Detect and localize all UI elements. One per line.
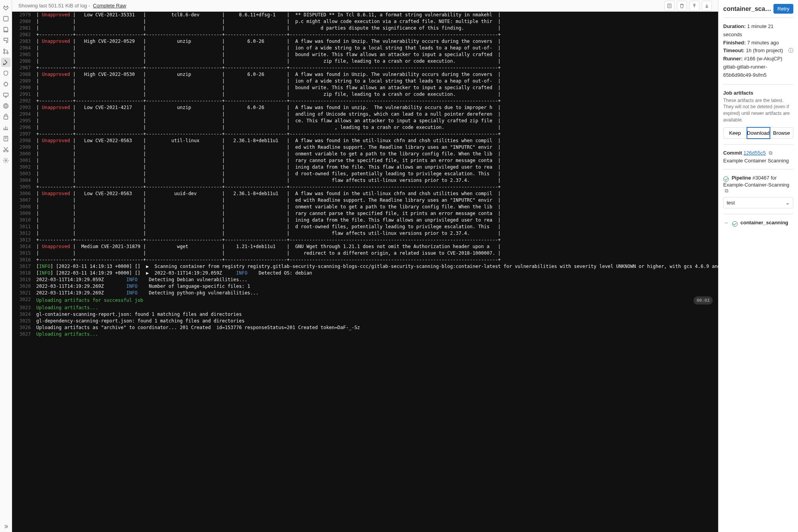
line-number[interactable]: 3020 [12, 283, 36, 290]
line-number[interactable]: 2996 [12, 124, 36, 131]
line-number[interactable]: 3013 [12, 237, 36, 243]
line-number[interactable]: 2991 [12, 91, 36, 98]
line-number[interactable]: 3011 [12, 224, 36, 230]
commit-label: Commit [723, 150, 742, 156]
snippets-icon[interactable] [1, 145, 11, 154]
line-number[interactable]: 3027 [12, 331, 36, 338]
line-number[interactable]: 2989 [12, 78, 36, 85]
log-line: 2992+------------+----------------------… [12, 98, 718, 104]
line-number[interactable]: 2994 [12, 111, 36, 118]
line-number[interactable]: 3014 [12, 243, 36, 250]
keep-button[interactable]: Keep [723, 127, 747, 139]
line-number[interactable]: 2987 [12, 65, 36, 71]
log-line: 3007| | | | | ed with Readline support. … [12, 197, 718, 204]
retry-button[interactable]: Retry [773, 4, 793, 14]
line-number[interactable]: 3010 [12, 217, 36, 224]
copy-branch-icon[interactable]: ⧉ [725, 188, 728, 194]
wiki-icon[interactable] [1, 134, 11, 143]
log-line-content: | | | | | p.c might allow code execution… [36, 18, 718, 25]
log-line: ⌄3022Uploading artifacts for successful … [12, 296, 718, 305]
log-topbar: Showing last 501.51 KiB of log - Complet… [12, 0, 718, 12]
line-number[interactable]: 3001 [12, 157, 36, 164]
line-number[interactable]: 3005 [12, 184, 36, 190]
line-number[interactable]: ⌄3022 [12, 296, 36, 305]
line-number[interactable]: 2998 [12, 137, 36, 144]
line-number[interactable]: 2982 [12, 32, 36, 38]
line-number[interactable]: 3000 [12, 151, 36, 157]
line-number[interactable]: 2985 [12, 51, 36, 58]
monitor-icon[interactable] [1, 90, 11, 100]
line-number[interactable]: 2999 [12, 144, 36, 151]
line-number[interactable]: 3003 [12, 171, 36, 177]
line-number[interactable]: 2993 [12, 104, 36, 111]
line-number[interactable]: 3016 [12, 257, 36, 263]
line-number[interactable]: 3006 [12, 190, 36, 197]
svg-rect-7 [4, 116, 8, 119]
line-number[interactable]: 2995 [12, 118, 36, 124]
line-number[interactable]: 3004 [12, 177, 36, 184]
packages-icon[interactable] [1, 112, 11, 122]
line-number[interactable]: 3017 [12, 263, 36, 270]
line-number[interactable]: 3018 [12, 270, 36, 277]
infrastructure-icon[interactable] [1, 101, 11, 111]
line-number[interactable]: 2990 [12, 85, 36, 91]
settings-icon[interactable] [1, 156, 11, 165]
log-line-content: | Unapproved | Low CVE-2022-0563 | util-… [36, 137, 718, 144]
scroll-bottom-button[interactable] [702, 1, 712, 11]
job-log[interactable]: 2979| Unapproved | Low CVE-2021-35331 | … [12, 12, 718, 532]
line-number[interactable]: 3026 [12, 324, 36, 331]
job-list-item[interactable]: → container_scanning [723, 220, 793, 227]
stage-select-value: test [727, 200, 735, 206]
help-icon[interactable]: ⓘ [788, 47, 793, 55]
log-line-content: | | | | | flaw affects util-linux versio… [36, 177, 718, 184]
line-number[interactable]: 3008 [12, 204, 36, 210]
line-number[interactable]: 3025 [12, 318, 36, 324]
line-number[interactable]: 2997 [12, 131, 36, 137]
security-icon[interactable] [1, 69, 11, 78]
line-number[interactable]: 3019 [12, 277, 36, 283]
line-number[interactable]: 3023 [12, 305, 36, 311]
collapse-sidebar-icon[interactable] [1, 522, 11, 531]
repository-icon[interactable] [1, 25, 11, 34]
job-title: container_scanni... [723, 5, 773, 12]
line-number[interactable]: 3009 [12, 210, 36, 217]
pipeline-id[interactable]: #30467 [752, 175, 769, 181]
log-line: 3006| Unapproved | Low CVE-2022-0563 | u… [12, 190, 718, 197]
project-info-icon[interactable] [1, 14, 11, 23]
line-number[interactable]: 2979 [12, 12, 36, 18]
line-number[interactable]: 3021 [12, 290, 36, 296]
deployments-icon[interactable] [1, 79, 11, 89]
raw-log-button[interactable] [664, 1, 674, 11]
log-line: 2982+------------+----------------------… [12, 32, 718, 38]
issues-icon[interactable] [1, 36, 11, 45]
line-number[interactable]: 2980 [12, 18, 36, 25]
copy-commit-icon[interactable]: ⧉ [769, 150, 772, 156]
analytics-icon[interactable] [1, 123, 11, 132]
gitlab-logo-icon[interactable] [1, 3, 11, 12]
pipeline-branch[interactable]: Example-Container-Scanning [723, 182, 789, 188]
erase-job-log-button[interactable] [677, 1, 687, 11]
line-number[interactable]: 3012 [12, 230, 36, 237]
line-number[interactable]: 2984 [12, 45, 36, 51]
line-number[interactable]: 3024 [12, 311, 36, 318]
finished-label: Finished: [723, 40, 746, 46]
download-button[interactable]: Download [747, 127, 770, 139]
line-number[interactable]: 3015 [12, 250, 36, 257]
line-number[interactable]: 2983 [12, 38, 36, 45]
line-number[interactable]: 2992 [12, 98, 36, 104]
line-number[interactable]: 2981 [12, 25, 36, 32]
line-number[interactable]: 2986 [12, 58, 36, 65]
line-number[interactable]: 2988 [12, 71, 36, 78]
complete-raw-link[interactable]: Complete Raw [93, 3, 126, 9]
commit-sha-link[interactable]: 126d55c5 [743, 150, 766, 156]
merge-requests-icon[interactable] [1, 47, 11, 56]
line-number[interactable]: 3002 [12, 164, 36, 171]
stage-select[interactable]: test ⌄ [723, 197, 793, 208]
line-number[interactable]: 3007 [12, 197, 36, 204]
scroll-top-button[interactable] [689, 1, 699, 11]
finished-value: 7 minutes ago [747, 40, 779, 46]
main-content: Showing last 501.51 KiB of log - Complet… [12, 0, 718, 532]
of-log-text: of log - [73, 3, 90, 9]
browse-button[interactable]: Browse [770, 127, 793, 139]
cicd-icon[interactable] [1, 58, 11, 67]
